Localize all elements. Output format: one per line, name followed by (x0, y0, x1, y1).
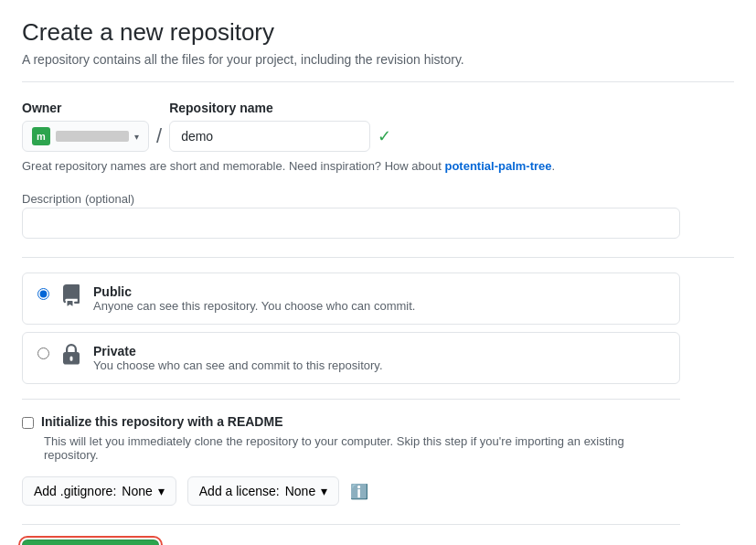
gitignore-label: Add .gitignore: (34, 484, 116, 498)
repo-name-label: Repository name (169, 101, 391, 115)
owner-label: Owner (22, 101, 149, 115)
private-option: Private You choose who can see and commi… (22, 332, 680, 384)
section-divider (22, 257, 734, 258)
license-value: None (285, 484, 315, 498)
suggestion-link[interactable]: potential-palm-tree (444, 159, 551, 173)
visibility-group: Public Anyone can see this repository. Y… (22, 272, 734, 384)
license-select[interactable]: Add a license: None ▾ (187, 476, 339, 506)
description-input[interactable] (22, 208, 680, 239)
public-label: Public (93, 284, 415, 299)
readme-row: Initialize this repository with a README (22, 414, 734, 429)
public-description: Anyone can see this repository. You choo… (93, 299, 415, 313)
public-option: Public Anyone can see this repository. Y… (22, 272, 680, 325)
gitignore-select[interactable]: Add .gitignore: None ▾ (22, 476, 176, 506)
gitignore-arrow: ▾ (158, 484, 165, 498)
license-arrow: ▾ (321, 484, 327, 498)
gitignore-value: None (122, 484, 152, 498)
description-group: Description (optional) (22, 191, 734, 257)
bottom-divider (22, 399, 680, 400)
info-icon[interactable]: ℹ️ (350, 483, 368, 500)
readme-description: This will let you immediately clone the … (44, 434, 665, 462)
description-label: Description (optional) (22, 191, 734, 206)
owner-avatar: m (32, 127, 50, 145)
public-content: Public Anyone can see this repository. Y… (93, 284, 415, 313)
owner-repo-row: Owner m ▾ / Repository name ✓ (22, 101, 734, 152)
private-label: Private (93, 344, 383, 358)
license-label: Add a license: (199, 484, 280, 498)
owner-dropdown-arrow: ▾ (134, 132, 139, 142)
owner-group: Owner m ▾ (22, 101, 149, 152)
readme-label: Initialize this repository with a README (41, 414, 282, 429)
private-radio[interactable] (37, 347, 49, 359)
slash-divider: / (156, 121, 162, 152)
page-subtitle: A repository contains all the files for … (22, 52, 734, 67)
title-divider (22, 81, 734, 82)
select-row: Add .gitignore: None ▾ Add a license: No… (22, 476, 734, 506)
repo-name-group: Repository name ✓ (169, 101, 391, 152)
repo-hint: Great repository names are short and mem… (22, 159, 734, 173)
create-repository-button[interactable]: Create repository (22, 540, 159, 545)
page-title: Create a new repository (22, 18, 734, 47)
readme-checkbox[interactable] (22, 417, 34, 429)
repo-name-input[interactable] (169, 121, 370, 152)
private-content: Private You choose who can see and commi… (93, 344, 383, 372)
private-icon (59, 344, 84, 366)
public-icon (59, 284, 84, 306)
repo-name-valid-icon: ✓ (378, 121, 391, 152)
private-description: You choose who can see and commit to thi… (93, 358, 383, 372)
owner-name-placeholder (56, 131, 129, 142)
owner-select[interactable]: m ▾ (22, 121, 149, 152)
submit-divider (22, 524, 680, 525)
public-radio[interactable] (37, 288, 49, 300)
